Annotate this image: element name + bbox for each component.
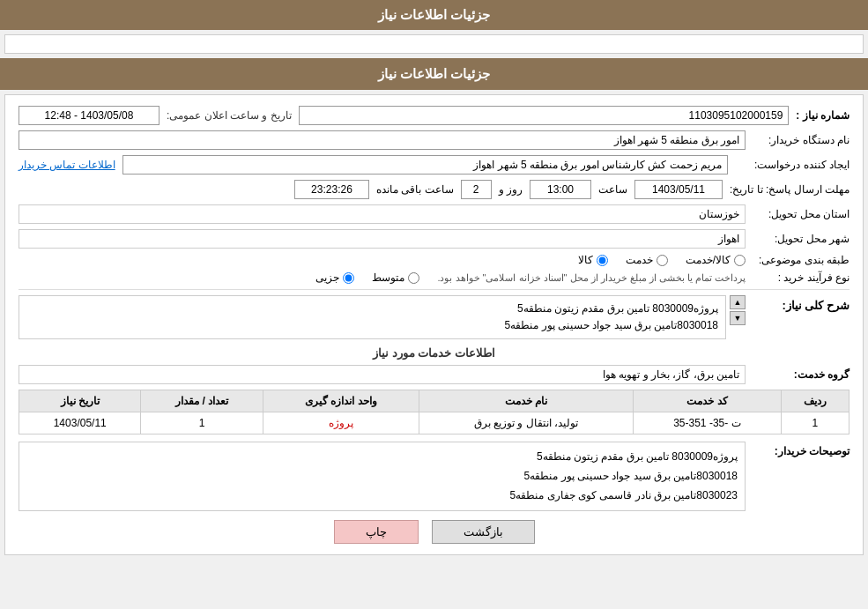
scroll-down-btn[interactable]: ▼ bbox=[730, 311, 746, 325]
ijad-value: مریم زحمت کش کارشناس امور برق منطقه 5 شه… bbox=[473, 159, 722, 171]
shomara-value: 1103095102000159 bbox=[689, 109, 783, 122]
shahr-label: شهر محل تحویل: bbox=[753, 233, 849, 245]
tosih-line2: 8030018تامین برق سید جواد حسینی پور منطق… bbox=[26, 467, 738, 486]
sharh-line1: پروژه8030009 تامین برق مقدم زیتون منطقه5 bbox=[26, 301, 718, 317]
cell-code: ت -35- 351-35 bbox=[633, 412, 781, 434]
complaint-text: پرداخت تمام یا بخشی از مبلغ خریدار از مح… bbox=[437, 272, 746, 284]
shomara-label: شماره نیاز : bbox=[796, 109, 849, 122]
sharh-text-box: پروژه8030009 تامین برق مقدم زیتون منطقه5… bbox=[19, 295, 726, 339]
col-tarikh: تاریخ نیاز bbox=[19, 390, 141, 412]
dastgah-label: نام دستگاه خریدار: bbox=[753, 134, 849, 146]
scroll-arrows: ▲ ▼ bbox=[730, 295, 746, 325]
chap-button[interactable]: چاپ bbox=[334, 520, 419, 544]
radio-kala-input[interactable] bbox=[597, 255, 608, 266]
services-table: ردیف کد خدمت نام خدمت واحد اندازه گیری ت bbox=[19, 390, 849, 434]
nooe-label: نوع فرآیند خرید : bbox=[753, 271, 849, 284]
mohlet-label: مهلت ارسال پاسخ: تا تاریخ: bbox=[730, 183, 849, 196]
nooe-row: نوع فرآیند خرید : پرداخت تمام یا بخشی از… bbox=[19, 271, 849, 284]
rooz-value: 2 bbox=[473, 183, 479, 196]
radio-kala-khadamat-input[interactable] bbox=[734, 255, 746, 266]
radio-jozei[interactable]: جزیی bbox=[315, 271, 354, 284]
baaghi-value: 23:23:26 bbox=[311, 183, 352, 196]
page-header: جزئیات اطلاعات نیاز bbox=[0, 58, 868, 90]
ostan-row: استان محل تحویل: خوزستان bbox=[19, 204, 849, 224]
table-header-row: ردیف کد خدمت نام خدمت واحد اندازه گیری ت bbox=[19, 390, 849, 412]
sharh-row: شرح کلی نیاز: ▲ ▼ پروژه8030009 تامین برق… bbox=[19, 295, 849, 339]
group-row: گروه خدمت: تامین برق، گاز، بخار و تهویه … bbox=[19, 365, 849, 384]
nooe-radios: پرداخت تمام یا بخشی از مبلغ خریدار از مح… bbox=[315, 271, 746, 284]
date-value: 1403/05/11 bbox=[652, 183, 705, 196]
page-title: جزئیات اطلاعات نیاز bbox=[378, 7, 490, 22]
tosih-line3: 8030023تامین برق نادر قاسمی کوی جفاری من… bbox=[26, 486, 738, 506]
col-tedad: تعداد / مقدار bbox=[141, 390, 263, 412]
shahr-row: شهر محل تحویل: اهواز bbox=[19, 229, 849, 249]
content-area: شماره نیاز : 1103095102000159 تاریخ و سا… bbox=[4, 94, 864, 555]
tabaqe-row: طبقه بندی موضوعی: کالا/خدمت خدمت کالا bbox=[19, 254, 849, 266]
mohlet-row: مهلت ارسال پاسخ: تا تاریخ: 1403/05/11 سا… bbox=[19, 180, 849, 199]
table-row: 1 ت -35- 351-35 تولید، انتقال و توزیع بر… bbox=[19, 412, 849, 434]
radio-khadamat-input[interactable] bbox=[657, 255, 668, 266]
baaghi-label: ساعت باقی مانده bbox=[376, 183, 454, 196]
shomara-row: شماره نیاز : 1103095102000159 تاریخ و سا… bbox=[19, 106, 849, 125]
rooz-label: روز و bbox=[499, 183, 523, 196]
tabaqe-label: طبقه بندی موضوعی: bbox=[753, 254, 849, 266]
tarikh-elaan-label: تاریخ و ساعت اعلان عمومی: bbox=[167, 109, 292, 122]
shahr-value: اهواز bbox=[718, 233, 739, 245]
bazgasht-button[interactable]: بازگشت bbox=[432, 520, 535, 544]
tarikh-elaan-value: 1403/05/08 - 12:48 bbox=[45, 109, 134, 122]
tosih-row: توصیحات خریدار: پروژه8030009 تامین برق م… bbox=[19, 442, 849, 511]
ijad-row: ایجاد کننده درخواست: مریم زحمت کش کارشنا… bbox=[19, 155, 849, 175]
ijad-label: ایجاد کننده درخواست: bbox=[735, 159, 849, 171]
col-code: کد خدمت bbox=[633, 390, 781, 412]
tosih-box: پروژه8030009 تامین برق مقدم زیتون منطقه5… bbox=[19, 442, 746, 511]
tamaas-link[interactable]: اطلاعات تماس خریدار bbox=[19, 159, 115, 171]
services-table-container: ردیف کد خدمت نام خدمت واحد اندازه گیری ت bbox=[19, 390, 849, 434]
tosih-label: توصیحات خریدار: bbox=[753, 445, 849, 457]
radio-kala-khadamat[interactable]: کالا/خدمت bbox=[686, 254, 746, 266]
saat-value: 13:00 bbox=[547, 183, 574, 196]
tosih-line1: پروژه8030009 تامین برق مقدم زیتون منطقه5 bbox=[26, 448, 738, 467]
col-radif: ردیف bbox=[781, 390, 849, 412]
radio-motawaset-input[interactable] bbox=[408, 272, 419, 284]
dastgah-row: نام دستگاه خریدار: امور برق منطقه 5 شهر … bbox=[19, 130, 849, 150]
sharh-label: شرح کلی نیاز: bbox=[753, 299, 849, 312]
scroll-up-btn[interactable]: ▲ bbox=[730, 295, 746, 309]
khadamat-title: اطلاعات خدمات مورد نیاز bbox=[19, 346, 849, 360]
page-title: جزئیات اطلاعات نیاز bbox=[378, 66, 490, 81]
tabaqe-radios: کالا/خدمت خدمت کالا bbox=[578, 254, 746, 266]
group-label: گروه خدمت: bbox=[753, 368, 849, 381]
dastgah-value: امور برق منطقه 5 شهر اهواز bbox=[614, 134, 739, 146]
sharh-line2: 8030018تامین برق سید جواد حسینی پور منطق… bbox=[26, 317, 718, 334]
cell-radif: 1 bbox=[781, 412, 849, 434]
radio-kala[interactable]: کالا bbox=[578, 254, 608, 266]
cell-tarikh: 1403/05/11 bbox=[19, 412, 141, 434]
saat-label: ساعت bbox=[598, 183, 627, 196]
radio-motawaset[interactable]: متوسط bbox=[372, 271, 419, 284]
cell-vahed: پروژه bbox=[263, 412, 419, 434]
radio-jozei-input[interactable] bbox=[343, 272, 354, 284]
ostan-value: خوزستان bbox=[699, 208, 739, 220]
col-name: نام خدمت bbox=[419, 390, 633, 412]
group-value: تامین برق، گاز، بخار و تهویه هوا bbox=[603, 368, 739, 381]
divider-1 bbox=[19, 289, 849, 290]
col-vahed: واحد اندازه گیری bbox=[263, 390, 419, 412]
main-content bbox=[4, 34, 864, 54]
page-container: جزئیات اطلاعات نیاز bbox=[0, 0, 868, 54]
cell-name: تولید، انتقال و توزیع برق bbox=[419, 412, 633, 434]
ostan-label: استان محل تحویل: bbox=[753, 208, 849, 220]
cell-tedad: 1 bbox=[141, 412, 263, 434]
page-header: جزئیات اطلاعات نیاز bbox=[0, 0, 868, 30]
buttons-row: بازگشت چاپ bbox=[19, 520, 849, 544]
radio-khadamat[interactable]: خدمت bbox=[626, 254, 668, 266]
